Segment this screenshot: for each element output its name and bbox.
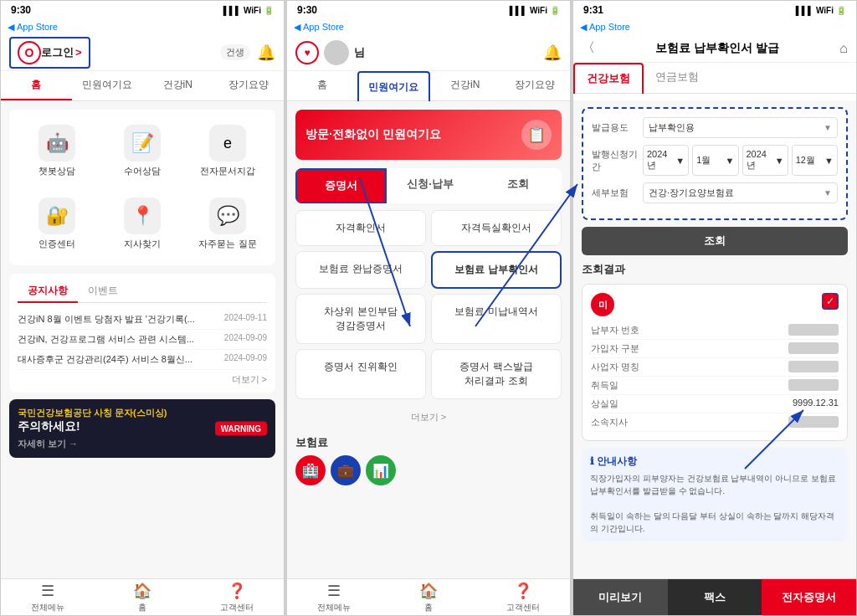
bottom-nav-menu-2[interactable]: ☰ 전체메뉴 [287, 582, 382, 613]
result-checkbox[interactable]: ✓ [822, 293, 839, 310]
ins-icon-2: 💼 [331, 455, 361, 485]
banner-line2: 주의하세요! [18, 419, 167, 434]
fax-btn[interactable]: 팩스 [668, 579, 762, 615]
result-row-acquire: 취득일 [591, 377, 839, 395]
insurance-section-title: 보험료 [295, 435, 562, 450]
battery-icon-2: 🔋 [550, 6, 560, 15]
bottom-nav-home-2[interactable]: 🏠 홈 [382, 582, 476, 613]
bell-icon-2[interactable]: 🔔 [543, 44, 562, 62]
icon-branch[interactable]: 📍 지사찾기 [103, 191, 182, 257]
nav-tab-care-1[interactable]: 장기요양 [213, 71, 285, 100]
time-2: 9:30 [297, 4, 317, 16]
menu-payment-confirm[interactable]: 보험료 납부확인서 [431, 251, 562, 289]
menu-deductible[interactable]: 차상위 본인부담경감증명서 [295, 294, 426, 344]
nav-tab-civil-1[interactable]: 민원여기요 [72, 71, 143, 100]
menu-qualification[interactable]: 자격확인서 [295, 210, 426, 246]
logo-circle-2: ♥ [295, 41, 319, 64]
bottom-nav-home-1[interactable]: 🏠 홈 [95, 582, 190, 613]
header-logo-2: ♥ 님 [295, 40, 365, 65]
bottom-nav-cs-1[interactable]: ❓ 고객센터 [189, 582, 284, 613]
more-btn-2[interactable]: 더보기 > [295, 406, 562, 429]
home-content: 🤖 챗봇상담 📝 수어상담 e 전자문서지갑 🔐 인증센터 [1, 101, 284, 466]
ins-type-tabs: 건강보험 연금보험 [573, 63, 856, 94]
chevron-detail-icon: ▼ [824, 188, 832, 198]
home-nav-icon[interactable]: ⌂ [839, 41, 848, 56]
select-purpose-value: 납부확인용 [649, 121, 695, 134]
banner-detail-btn[interactable]: 자세히 보기 → [18, 438, 167, 450]
menu-full-payment[interactable]: 보험료 완납증명서 [295, 251, 426, 289]
select-month-to[interactable]: 12월 ▼ [792, 145, 838, 176]
nav-tab-home-1[interactable]: 홈 [1, 71, 72, 100]
civil-tab-apply[interactable]: 신청·납부 [387, 168, 475, 203]
menu-label-2: 전체메뉴 [317, 602, 351, 613]
wifi-icon: WiFi [244, 6, 261, 15]
login-button[interactable]: O 로그인 > [9, 37, 90, 69]
menu-qual-loss[interactable]: 자격득실확인서 [431, 210, 562, 246]
status-icons-1: ▌▌▌ WiFi 🔋 [223, 6, 274, 15]
select-year-from[interactable]: 2024년 ▼ [643, 145, 689, 176]
civil-badge-icon: 📋 [521, 120, 552, 150]
icon-sign-language[interactable]: 📝 수어상담 [103, 118, 182, 184]
app-store-label-3: App Store [589, 22, 630, 32]
select-detail[interactable]: 건강·장기요양보험료 ▼ [643, 182, 838, 203]
menu-cert-verify[interactable]: 증명서 진위확인 [295, 349, 426, 399]
bell-icon-1[interactable]: 🔔 [257, 44, 275, 62]
civil-tab-inquiry[interactable]: 조회 [474, 168, 562, 203]
nav-tab-home-2[interactable]: 홈 [287, 71, 357, 100]
preview-label: 미리보기 [598, 590, 642, 605]
user-avatar [324, 40, 349, 65]
civil-content: 방문·전화없이 민원여기요 📋 증명서 신청·납부 조회 자격확인서 자격득실확… [287, 101, 570, 494]
notice-item-3[interactable]: 대사증후군 건강관리(24주) 서비스 8월신... 2024-09-09 [18, 350, 267, 370]
notice-item-2[interactable]: 건강iN, 건강프로그램 서비스 관련 시스템... 2024-09-09 [18, 330, 267, 350]
select-purpose[interactable]: 납부확인용 ▼ [643, 117, 838, 138]
select-year-to[interactable]: 2024년 ▼ [742, 145, 788, 176]
menu-unpaid[interactable]: 보험료 미납내역서 [431, 294, 562, 344]
result-val-acquire [788, 379, 839, 391]
query-btn-label: 조회 [704, 234, 726, 247]
home-icon-1: 🏠 [133, 582, 151, 600]
battery-icon: 🔋 [264, 6, 274, 15]
more-btn-1[interactable]: 더보기 > [18, 370, 267, 386]
bottom-nav-menu-1[interactable]: ☰ 전체메뉴 [1, 582, 95, 613]
menu-fax-result[interactable]: 증명서 팩스발급처리결과 조회 [431, 349, 562, 399]
back-chevron-icon[interactable]: 〈 [582, 39, 595, 57]
notice-tab-event[interactable]: 이벤트 [78, 280, 128, 302]
year-to-value: 2024년 [747, 149, 775, 172]
civil-tab-certificate[interactable]: 증명서 [295, 168, 387, 203]
nav-tabs-2: 홈 민원여기요 건강iN 장기요양 [287, 71, 570, 101]
select-month-from[interactable]: 1월 ▼ [692, 145, 738, 176]
warning-banner[interactable]: 국민건강보험공단 사칭 문자(스미싱) 주의하세요! 자세히 보기 → WARN… [9, 399, 275, 458]
cs-label-2: 고객센터 [506, 602, 540, 613]
label-purpose: 발급용도 [592, 121, 638, 134]
chevron-year-to: ▼ [775, 156, 784, 166]
notice-date-1: 2024-09-11 [224, 313, 267, 326]
ecert-btn[interactable]: 전자증명서 [762, 579, 856, 615]
notice-tab-notice[interactable]: 공지사항 [18, 280, 78, 303]
notice-item-1[interactable]: 건강iN 8월 이벤트 당첨자 발표 '건강기록(... 2024-09-11 [18, 310, 267, 330]
wifi-icon-3: WiFi [816, 6, 834, 15]
sign-lang-icon: 📝 [124, 125, 161, 162]
search-btn[interactable]: 조회 [582, 227, 848, 255]
nav-tab-health-2[interactable]: 건강iN [430, 71, 500, 100]
fax-label: 팩스 [704, 590, 726, 605]
back-bar-2: ◀ App Store [287, 19, 570, 34]
icon-chatbot[interactable]: 🤖 챗봇상담 [18, 118, 96, 184]
home-label-2: 홈 [424, 602, 433, 613]
bottom-nav-cs-2[interactable]: ❓ 고객센터 [475, 582, 570, 613]
home-label-1: 홈 [138, 602, 146, 613]
civil-banner-title: 방문·전화없이 민원여기요 [305, 127, 441, 142]
nav-tab-care-2[interactable]: 장기요양 [500, 71, 571, 100]
back-bar-1: ◀ App Store [1, 19, 284, 34]
ins-tab-pension[interactable]: 연금보험 [644, 63, 711, 93]
ins-tab-health[interactable]: 건강보험 [573, 63, 644, 94]
nav-tab-civil-2[interactable]: 민원여기요 [357, 71, 431, 101]
screenshot-container: 9:30 ▌▌▌ WiFi 🔋 ◀ App Store O 로그인 > 건생 [0, 0, 857, 616]
icon-edoc[interactable]: e 전자문서지갑 [188, 118, 267, 184]
preview-btn[interactable]: 미리보기 [573, 579, 668, 615]
nav-tab-health-1[interactable]: 건강iN [142, 71, 213, 100]
icon-auth[interactable]: 🔐 인증센터 [18, 191, 96, 257]
icon-faq[interactable]: 💬 자주묻는 질문 [188, 191, 267, 257]
warning-badge: WARNING [215, 422, 267, 436]
chatbot-icon: 🤖 [38, 125, 75, 162]
menu-icon-1: ☰ [41, 582, 54, 600]
